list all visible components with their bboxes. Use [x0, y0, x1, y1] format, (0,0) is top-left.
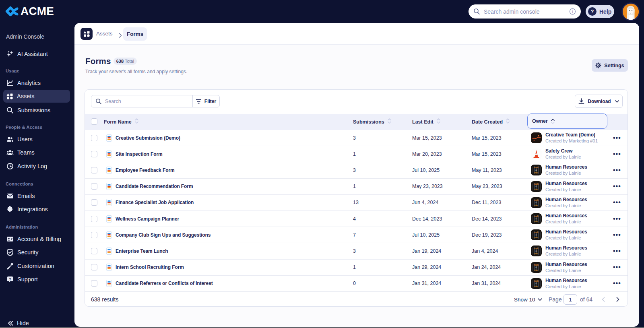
svg-text:star: star: [534, 220, 539, 223]
svg-text:star: star: [534, 236, 539, 239]
svg-text:star: star: [534, 252, 539, 255]
svg-text:?: ?: [9, 277, 11, 281]
svg-text:star: star: [534, 269, 539, 271]
svg-text:star: star: [534, 285, 539, 287]
svg-text:i: i: [572, 9, 573, 14]
svg-text:star: star: [534, 171, 539, 174]
svg-text:star: star: [534, 188, 539, 190]
svg-text:star: star: [534, 204, 539, 206]
